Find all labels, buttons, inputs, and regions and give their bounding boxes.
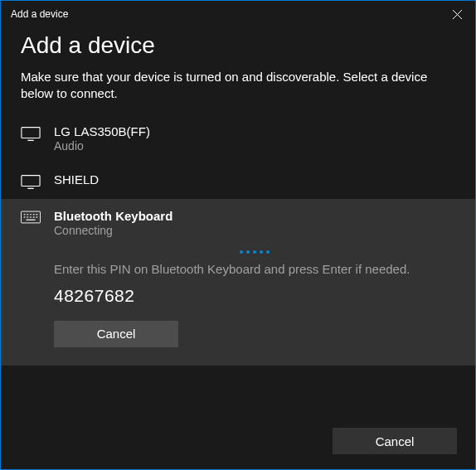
device-info: SHIELD [54, 172, 455, 187]
device-info: Bluetooth Keyboard Connecting Enter this… [54, 209, 455, 347]
close-icon [453, 10, 462, 19]
dialog-content: Add a device Make sure that your device … [1, 27, 475, 366]
close-button[interactable] [444, 1, 470, 27]
device-subtext: Audio [54, 139, 455, 153]
device-info: LG LAS350B(FF) Audio [54, 124, 455, 153]
dialog-heading: Add a device [21, 32, 455, 59]
dialog-cancel-button[interactable]: Cancel [333, 428, 457, 454]
dialog-footer: Cancel [333, 428, 457, 454]
device-name: LG LAS350B(FF) [54, 124, 455, 138]
window-title: Add a device [11, 8, 68, 20]
keyboard-icon [21, 211, 41, 224]
device-name: Bluetooth Keyboard [54, 209, 455, 223]
titlebar: Add a device [1, 1, 475, 27]
device-item-selected: Bluetooth Keyboard Connecting Enter this… [1, 199, 475, 366]
svg-rect-2 [22, 127, 40, 138]
device-name: SHIELD [54, 172, 455, 187]
progress-indicator [54, 250, 455, 254]
svg-rect-4 [22, 175, 40, 186]
device-status: Connecting [54, 224, 455, 237]
pin-instruction: Enter this PIN on Bluetooth Keyboard and… [54, 262, 455, 276]
device-item[interactable]: LG LAS350B(FF) Audio [1, 114, 475, 162]
device-list: LG LAS350B(FF) Audio SHIELD [1, 114, 475, 366]
pairing-cancel-button[interactable]: Cancel [54, 321, 178, 347]
display-icon [21, 126, 41, 141]
display-icon [21, 174, 41, 189]
dialog-subheading: Make sure that your device is turned on … [21, 69, 455, 103]
pin-code: 48267682 [54, 286, 455, 306]
device-item[interactable]: SHIELD [1, 162, 475, 199]
